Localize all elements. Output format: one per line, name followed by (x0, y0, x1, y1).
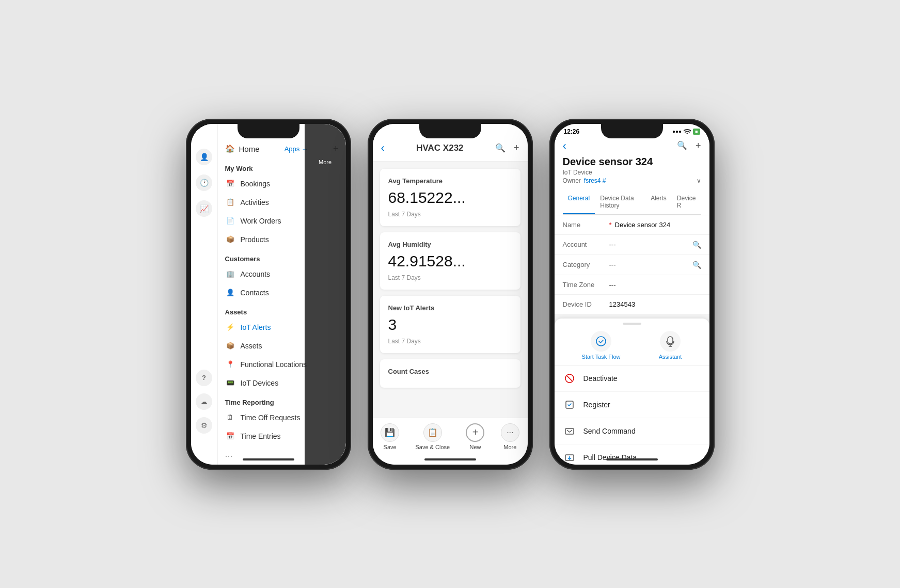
avg-temp-title: Avg Temperature (388, 177, 512, 185)
clock-nav-icon[interactable]: 🕐 (196, 174, 212, 191)
start-task-flow-button[interactable]: Start Task Flow (582, 331, 621, 360)
p3-nav-row: ‹ 🔍 + (563, 139, 701, 156)
more-dots-icon: ··· (225, 451, 233, 461)
new-iot-alerts-value: 3 (388, 316, 512, 333)
chart-nav-icon[interactable]: 📈 (196, 200, 212, 217)
user-nav-icon[interactable]: 👤 (196, 149, 212, 165)
time-off-label: Time Off Requests (241, 414, 301, 422)
more-button[interactable]: ··· More (501, 423, 519, 450)
count-cases-title: Count Cases (388, 368, 512, 375)
field-name-required: * (609, 221, 612, 229)
avg-humidity-value: 42.91528... (388, 252, 512, 270)
assistant-button[interactable]: Assistant (659, 331, 682, 360)
p2-header-icons: 🔍 + (495, 142, 519, 153)
field-name-label: Name (563, 221, 609, 229)
field-name-value[interactable]: Device sensor 324 (615, 221, 701, 229)
p3-add-icon[interactable]: + (696, 140, 701, 151)
time-off-icon: 🗓 (225, 412, 235, 423)
phone-2: ‹ HVAC X232 🔍 + Avg Temperature 68.15222… (368, 119, 533, 470)
p3-device-type: IoT Device (563, 169, 701, 176)
iot-devices-icon: 📟 (225, 378, 235, 388)
deactivate-label: Deactivate (583, 374, 618, 383)
p3-page-header: ‹ 🔍 + Device sensor 324 IoT Device Owner… (555, 137, 709, 215)
iot-alerts-label: IoT Alerts (241, 323, 271, 331)
pull-device-icon (563, 451, 576, 464)
field-device-id: Device ID 1234543 (555, 295, 709, 314)
p3-device-title: Device sensor 324 (563, 156, 701, 168)
tab-device-r[interactable]: Device R (672, 190, 701, 214)
tab-alerts[interactable]: Alerts (645, 190, 672, 214)
p2-search-icon[interactable]: 🔍 (495, 143, 506, 153)
contacts-icon: 👤 (225, 288, 235, 298)
assets-icon: 📦 (225, 341, 235, 351)
p3-owner-row: Owner fsres4 # ∨ (563, 177, 701, 184)
new-icon: + (466, 423, 484, 442)
new-label: New (469, 444, 481, 450)
menu-send-command[interactable]: Send Command (555, 418, 709, 444)
count-cases-card[interactable]: Count Cases (380, 359, 520, 388)
menu-deactivate[interactable]: Deactivate (555, 365, 709, 392)
nav-home-item[interactable]: 🏠 Home (225, 144, 260, 153)
help-icon[interactable]: ? (196, 370, 212, 386)
field-timezone-value[interactable]: --- (609, 281, 701, 289)
field-category-value[interactable]: --- (609, 261, 692, 268)
new-button[interactable]: + New (466, 423, 484, 450)
field-category-label: Category (563, 261, 609, 268)
phone-1: 👤 🕐 📈 ? ☁ ⚙ 🏠 Home Apps → (186, 119, 351, 470)
send-command-icon (563, 424, 576, 438)
more-icon: ··· (501, 423, 519, 442)
p3-search-icon[interactable]: 🔍 (677, 140, 687, 151)
bookings-label: Bookings (241, 180, 271, 188)
tab-general[interactable]: General (563, 190, 595, 214)
p2-back-button[interactable]: ‹ (381, 141, 385, 155)
status-icons: ●●● ■ (672, 128, 700, 135)
products-label: Products (241, 235, 269, 244)
settings-icon[interactable]: ⚙ (196, 417, 212, 434)
avg-temperature-card[interactable]: Avg Temperature 68.15222... Last 7 Days (380, 169, 520, 226)
work-orders-icon: 📄 (225, 216, 235, 226)
new-iot-alerts-title: New IoT Alerts (388, 304, 512, 312)
deactivate-icon (563, 372, 576, 385)
save-close-button[interactable]: 📋 Save & Close (415, 423, 450, 450)
tab-device-data-history[interactable]: Device Data History (595, 190, 645, 214)
svg-line-4 (567, 376, 572, 381)
new-iot-alerts-period: Last 7 Days (388, 338, 512, 345)
sidebar-icon-rail: 👤 🕐 📈 ? ☁ ⚙ (191, 124, 218, 465)
menu-pull-device-data[interactable]: Pull Device Data (555, 444, 709, 465)
send-command-label: Send Command (583, 427, 636, 435)
overlay-panel: More (305, 124, 346, 465)
menu-register[interactable]: Register (555, 392, 709, 418)
save-close-label: Save & Close (415, 444, 450, 450)
p3-tabs: General Device Data History Alerts Devic… (563, 190, 701, 215)
iot-devices-label: IoT Devices (241, 379, 279, 387)
avg-humidity-period: Last 7 Days (388, 274, 512, 281)
field-category-search-icon[interactable]: 🔍 (692, 261, 701, 269)
field-account-search-icon[interactable]: 🔍 (692, 241, 701, 249)
bookings-icon: 📅 (225, 179, 235, 189)
cloud-icon[interactable]: ☁ (196, 393, 212, 410)
p3-owner-link[interactable]: fsres4 # (584, 177, 606, 184)
save-button[interactable]: 💾 Save (381, 423, 399, 450)
status-time: 12:26 (564, 128, 580, 135)
field-device-id-value[interactable]: 1234543 (609, 300, 701, 308)
new-iot-alerts-card[interactable]: New IoT Alerts 3 Last 7 Days (380, 296, 520, 353)
p3-bottom-sheet: Start Task Flow Assistant (555, 319, 709, 465)
time-entries-label: Time Entries (241, 432, 281, 440)
more-label: More (503, 444, 516, 450)
field-name: Name * Device sensor 324 (555, 215, 709, 235)
register-icon (563, 398, 576, 411)
p3-back-button[interactable]: ‹ (563, 139, 566, 153)
save-close-icon: 📋 (423, 423, 442, 442)
p3-chevron-icon[interactable]: ∨ (697, 177, 701, 184)
field-account-label: Account (563, 241, 609, 248)
time-entries-icon: 📅 (225, 431, 235, 441)
field-category: Category --- 🔍 (555, 255, 709, 275)
task-flow-label: Start Task Flow (582, 354, 621, 360)
signal-icon: ●●● (672, 129, 682, 134)
more-label: More (305, 157, 346, 167)
notch-3 (601, 124, 663, 138)
p2-add-icon[interactable]: + (514, 142, 519, 153)
avg-humidity-card[interactable]: Avg Humidity 42.91528... Last 7 Days (380, 232, 520, 290)
phone1-screen: 👤 🕐 📈 ? ☁ ⚙ 🏠 Home Apps → (191, 124, 346, 465)
field-account-value[interactable]: --- (609, 241, 692, 248)
